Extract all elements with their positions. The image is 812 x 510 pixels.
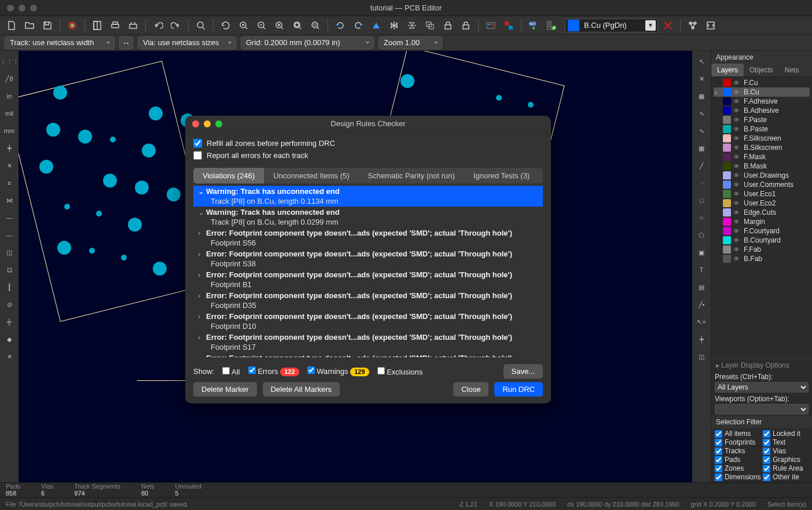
viewports-select[interactable] [715, 404, 809, 414]
right-tool-0[interactable]: ↖ [693, 53, 710, 69]
violation-detail[interactable]: Footprint D10 [193, 322, 543, 332]
window-close-button[interactable] [7, 5, 14, 12]
drc-icon[interactable] [543, 17, 560, 34]
violation-detail[interactable]: Footprint S56 [193, 239, 543, 248]
right-tool-14[interactable]: ╱• [693, 296, 710, 313]
layer-color-swatch[interactable] [723, 190, 731, 198]
left-tool-12[interactable]: ⊡ [1, 262, 17, 278]
disclosure-caret-icon[interactable]: ⌄ [198, 187, 204, 196]
violation-detail[interactable]: Footprint D35 [193, 301, 543, 311]
layer-row-F.Cu[interactable]: 👁F.Cu [714, 78, 810, 87]
disclosure-caret-icon[interactable]: › [198, 291, 204, 300]
undo-icon[interactable] [150, 17, 166, 34]
layer-color-swatch[interactable] [723, 255, 731, 263]
left-tool-13[interactable]: ┃ [1, 279, 17, 295]
find-icon[interactable] [193, 17, 209, 34]
dialog-zoom-button[interactable] [215, 120, 222, 127]
window-minimize-button[interactable] [19, 5, 25, 12]
flip-horizontal-icon[interactable] [368, 17, 384, 34]
rotate-ccw-icon[interactable] [332, 17, 348, 34]
disclosure-caret-icon[interactable]: › [198, 250, 204, 258]
visibility-eye-icon[interactable]: 👁 [733, 246, 741, 253]
violation-row[interactable]: ›Error: Footprint component type doesn't… [193, 290, 543, 301]
window-zoom-button[interactable] [30, 5, 37, 12]
drc-tab-3[interactable]: Ignored Tests (3) [464, 168, 539, 184]
layer-color-swatch[interactable] [723, 116, 731, 124]
zoom-out-icon[interactable] [253, 17, 270, 34]
footprint-browser-icon[interactable] [501, 17, 517, 34]
filter-text[interactable]: Text [763, 438, 809, 446]
layer-row-User.Comments[interactable]: 👁User.Comments [714, 180, 810, 189]
layer-row-B.Mask[interactable]: 👁B.Mask [714, 162, 810, 171]
disclosure-caret-icon[interactable]: › [198, 270, 204, 279]
left-tool-8[interactable]: ⋈ [1, 192, 17, 208]
run-drc-button[interactable]: Run DRC [494, 382, 543, 397]
filter-pads[interactable]: Pads [715, 456, 760, 464]
layer-row-Margin[interactable]: 👁Margin [714, 217, 810, 226]
layer-color-swatch[interactable] [723, 171, 731, 179]
filter-dimensions[interactable]: Dimensions [715, 473, 760, 481]
left-tool-1[interactable]: ╱θ [1, 71, 17, 87]
left-tool-2[interactable]: in [1, 88, 17, 104]
via-size-select[interactable]: Via: use netclass sizes [138, 36, 236, 49]
appearance-tab-nets[interactable]: Nets [779, 64, 805, 76]
unlock-icon[interactable] [458, 17, 474, 34]
visibility-eye-icon[interactable]: 👁 [733, 79, 741, 86]
board-setup-icon[interactable] [64, 17, 80, 34]
chevron-down-icon[interactable]: ▼ [645, 20, 656, 31]
visibility-eye-icon[interactable]: 👁 [733, 190, 741, 197]
filter-locked-it[interactable]: Locked it [763, 430, 809, 438]
left-tool-7[interactable]: ¤ [1, 175, 17, 191]
violation-detail[interactable]: Footprint S17 [193, 343, 543, 353]
right-tool-1[interactable]: ✕ [693, 71, 710, 87]
visibility-eye-icon[interactable]: 👁 [733, 144, 741, 151]
layer-color-swatch[interactable] [723, 134, 731, 142]
violation-row[interactable]: ›Error: Footprint component type doesn't… [193, 353, 543, 357]
violation-detail[interactable]: Footprint S38 [193, 259, 543, 269]
layer-row-F.Silkscreen[interactable]: 👁F.Silkscreen [714, 134, 810, 143]
appearance-tab-layers[interactable]: Layers [711, 64, 744, 76]
left-tool-3[interactable]: mil [1, 105, 17, 122]
visibility-eye-icon[interactable]: 👁 [733, 116, 741, 123]
grid-select[interactable]: Grid: 0.2000 mm (0.0079 in) [241, 36, 374, 49]
mirror-h-icon[interactable] [386, 17, 402, 34]
violation-detail[interactable]: Footprint B1 [193, 280, 543, 290]
layer-color-swatch[interactable] [723, 79, 731, 87]
layer-color-swatch[interactable] [723, 199, 731, 207]
visibility-eye-icon[interactable]: 👁 [733, 181, 741, 188]
presets-select[interactable]: All Layers [715, 382, 809, 392]
delete-all-markers-button[interactable]: Delete All Markers [263, 382, 340, 397]
right-tool-9[interactable]: ○ [693, 210, 710, 226]
layer-color-swatch[interactable] [723, 144, 731, 152]
footprint-editor-icon[interactable] [483, 17, 499, 34]
dialog-minimize-button[interactable] [204, 120, 211, 127]
violation-row[interactable]: ›Error: Footprint component type doesn't… [193, 332, 543, 343]
layer-color-swatch[interactable] [723, 218, 731, 226]
left-tool-15[interactable]: ╪ [1, 314, 17, 330]
filter-all-items[interactable]: All items [715, 430, 760, 438]
disclosure-caret-icon[interactable]: › [198, 354, 204, 357]
zoom-objects-icon[interactable] [289, 17, 306, 34]
rotate-cw-icon[interactable] [350, 17, 366, 34]
visibility-eye-icon[interactable]: 👁 [733, 255, 741, 262]
save-report-button[interactable]: Save... [504, 364, 543, 379]
layer-row-User.Drawings[interactable]: 👁User.Drawings [714, 171, 810, 180]
layer-row-B.Cu[interactable]: ▸👁B.Cu [714, 87, 810, 97]
layer-display-options-disclosure[interactable]: ▸ Layer Display Options [711, 358, 812, 372]
visibility-eye-icon[interactable]: 👁 [733, 89, 741, 96]
layer-color-swatch[interactable] [723, 208, 731, 217]
layer-color-swatch[interactable] [723, 153, 731, 161]
zoom-selection-icon[interactable] [307, 17, 324, 34]
redo-icon[interactable] [168, 17, 184, 34]
filter-zones[interactable]: Zones [715, 464, 760, 472]
visibility-eye-icon[interactable]: 👁 [733, 209, 741, 216]
visibility-eye-icon[interactable]: 👁 [733, 228, 741, 234]
visibility-eye-icon[interactable]: 👁 [733, 107, 741, 114]
visibility-eye-icon[interactable]: 👁 [733, 153, 741, 160]
filter-rule-area[interactable]: Rule Area [763, 464, 809, 472]
layer-row-B.Fab[interactable]: 👁B.Fab [714, 254, 810, 263]
layer-color-swatch[interactable] [723, 107, 731, 115]
violation-row[interactable]: ›Error: Footprint component type doesn't… [193, 228, 543, 239]
drc-tab-2[interactable]: Schematic Parity (not run) [359, 168, 464, 184]
report-all-errors-checkbox[interactable]: Report all errors for each track [193, 151, 543, 160]
